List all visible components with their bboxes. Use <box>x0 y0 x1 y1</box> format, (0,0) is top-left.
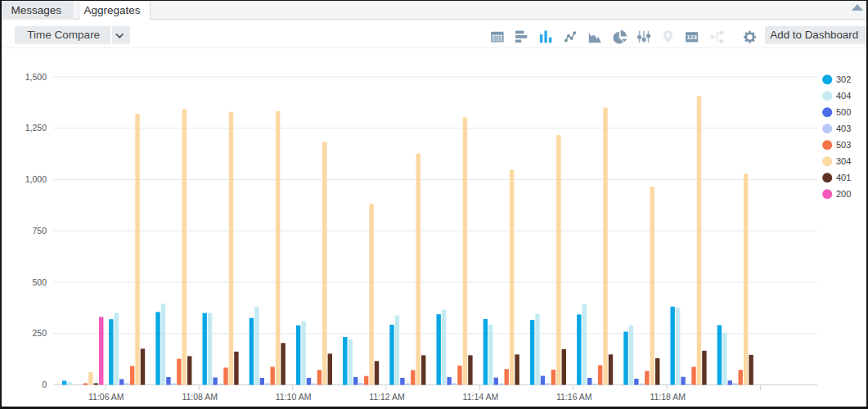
svg-text:401: 401 <box>836 173 851 182</box>
svg-text:11:08 AM: 11:08 AM <box>182 392 218 402</box>
svg-text:503: 503 <box>836 140 851 150</box>
svg-text:11:10 AM: 11:10 AM <box>276 392 312 402</box>
svg-text:500: 500 <box>836 107 851 117</box>
svg-text:123: 123 <box>686 34 697 41</box>
svg-text:750: 750 <box>32 226 47 236</box>
svg-text:304: 304 <box>836 156 851 166</box>
svg-text:302: 302 <box>836 74 851 84</box>
svg-text:11:18 AM: 11:18 AM <box>650 392 686 402</box>
svg-text:11:06 AM: 11:06 AM <box>88 392 124 402</box>
svg-text:1,500: 1,500 <box>25 72 47 82</box>
svg-text:403: 403 <box>836 124 851 133</box>
svg-text:200: 200 <box>836 189 851 199</box>
svg-text:11:12 AM: 11:12 AM <box>369 392 405 402</box>
svg-text:404: 404 <box>836 91 851 101</box>
svg-text:1,250: 1,250 <box>25 123 47 133</box>
svg-text:11:14 AM: 11:14 AM <box>463 392 499 402</box>
svg-text:500: 500 <box>32 277 47 287</box>
svg-text:1,000: 1,000 <box>25 174 47 184</box>
svg-text:0: 0 <box>42 380 47 389</box>
svg-text:11:16 AM: 11:16 AM <box>556 392 592 402</box>
svg-text:250: 250 <box>32 328 47 338</box>
